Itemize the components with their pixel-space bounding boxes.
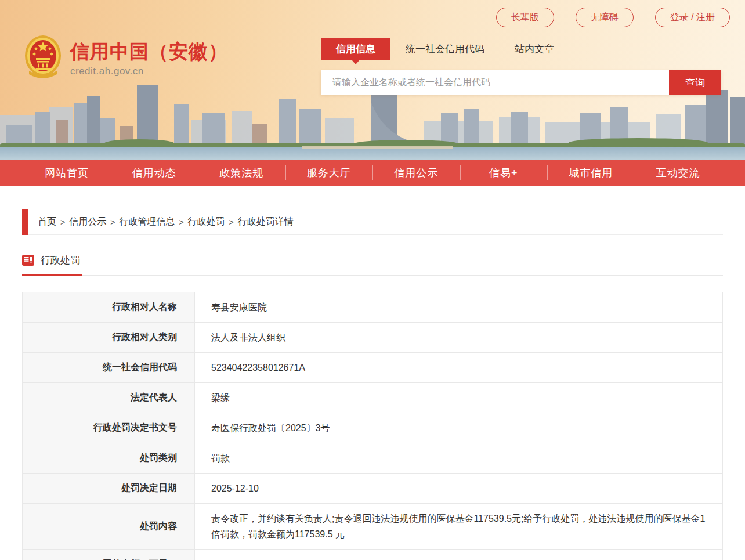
field-label: 行政相对人类别	[23, 323, 195, 352]
breadcrumb-item[interactable]: 行政管理信息	[119, 216, 175, 228]
table-row: 行政相对人名称寿县安康医院	[23, 292, 722, 322]
search-button[interactable]: 查询	[669, 70, 721, 95]
topbar: 长辈版无障碍登录 / 注册	[496, 8, 730, 27]
nav-item-credit-news[interactable]: 信用动态	[111, 160, 198, 186]
breadcrumb-current: 行政处罚详情	[238, 216, 294, 228]
table-row: 处罚决定日期2025-12-10	[23, 473, 722, 503]
search-panel: 信用信息统一社会信用代码站内文章 查询	[321, 38, 721, 95]
table-row: 法定代表人梁缘	[23, 382, 722, 413]
accessibility-mode-button[interactable]: 无障碍	[576, 8, 634, 27]
field-value: 2025-12-10	[195, 474, 722, 503]
table-row: 处罚内容责令改正，并约谈有关负责人;责令退回违法违规使用的医保基金117539.…	[23, 503, 722, 549]
field-label: 处罚决定日期	[23, 474, 195, 503]
tab-unified-social-credit-code[interactable]: 统一社会信用代码	[390, 38, 500, 60]
login-register-button[interactable]: 登录 / 注册	[655, 8, 730, 27]
section-title: 行政处罚	[41, 254, 80, 267]
breadcrumb-separator: >	[179, 218, 183, 227]
field-value: 法人及非法人组织	[195, 323, 722, 352]
site-title: 信用中国（安徽）	[70, 41, 228, 63]
field-label: 法定代表人	[23, 383, 195, 413]
page-main: 首页>信用公示>行政管理信息>行政处罚>行政处罚详情 行政处罚 行政相对人名称寿…	[22, 209, 723, 560]
field-label: 行政处罚决定书文号	[23, 413, 195, 443]
field-value: 责令改正，并约谈有关负责人;责令退回违法违规使用的医保基金117539.5元;给…	[195, 504, 722, 549]
breadcrumb-separator: >	[229, 218, 234, 227]
breadcrumb-separator: >	[60, 218, 65, 227]
tab-site-articles[interactable]: 站内文章	[500, 38, 569, 60]
section-head: 行政处罚	[22, 254, 723, 276]
nav-item-credit-publicity[interactable]: 信用公示	[372, 160, 460, 186]
breadcrumb-separator: >	[110, 218, 115, 227]
main-nav: 网站首页信用动态政策法规服务大厅信用公示信易+城市信用互动交流	[0, 160, 745, 186]
breadcrumb-item[interactable]: 首页	[38, 216, 56, 228]
elder-version-button[interactable]: 长辈版	[496, 8, 554, 27]
search-tabs: 信用信息统一社会信用代码站内文章	[321, 38, 721, 60]
field-value: 11.753950	[195, 550, 722, 560]
field-value: 梁缘	[195, 383, 722, 413]
field-value: 罚款	[195, 443, 722, 473]
table-row: 行政相对人类别法人及非法人组织	[23, 322, 722, 352]
nav-item-interaction[interactable]: 互动交流	[635, 160, 722, 186]
breadcrumb-item[interactable]: 信用公示	[69, 216, 106, 228]
field-label: 处罚类别	[23, 443, 195, 473]
field-value: 52340422358012671A	[195, 353, 722, 382]
site-logo: 信用中国（安徽） credit.ah.gov.cn	[23, 34, 228, 80]
nav-item-xinyi-plus[interactable]: 信易+	[460, 160, 548, 186]
nav-item-service-hall[interactable]: 服务大厅	[285, 160, 373, 186]
field-value: 寿医保行政处罚〔2025〕3号	[195, 413, 722, 443]
field-value: 寿县安康医院	[195, 292, 722, 322]
site-domain: credit.ah.gov.cn	[70, 66, 228, 77]
national-emblem-icon	[23, 34, 63, 80]
breadcrumb: 首页>信用公示>行政管理信息>行政处罚>行政处罚详情	[22, 209, 723, 235]
nav-item-policies[interactable]: 政策法规	[198, 160, 285, 186]
table-row: 行政处罚决定书文号寿医保行政处罚〔2025〕3号	[23, 413, 722, 443]
breadcrumb-item[interactable]: 行政处罚	[188, 216, 225, 228]
detail-table: 行政相对人名称寿县安康医院行政相对人类别法人及非法人组织统一社会信用代码5234…	[22, 292, 723, 560]
field-label: 罚款金额（万元）	[23, 550, 195, 560]
nav-item-home[interactable]: 网站首页	[23, 160, 111, 186]
nav-item-city-credit[interactable]: 城市信用	[547, 160, 635, 186]
field-label: 统一社会信用代码	[23, 353, 195, 382]
search-bar: 查询	[321, 70, 721, 95]
field-label: 处罚内容	[23, 504, 195, 549]
site-header: 长辈版无障碍登录 / 注册 信用中	[0, 0, 745, 160]
table-row: 统一社会信用代码52340422358012671A	[23, 352, 722, 382]
table-row: 罚款金额（万元）11.753950	[23, 549, 722, 560]
tab-credit-info[interactable]: 信用信息	[321, 38, 390, 60]
document-icon	[22, 254, 34, 266]
search-input[interactable]	[321, 70, 669, 95]
field-label: 行政相对人名称	[23, 292, 195, 322]
table-row: 处罚类别罚款	[23, 443, 722, 473]
